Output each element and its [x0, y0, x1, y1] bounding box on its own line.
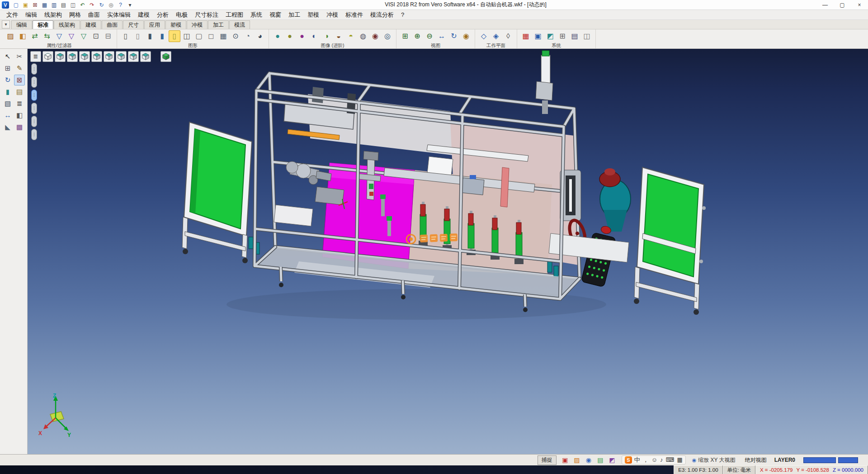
- menu-item[interactable]: 电极: [172, 10, 191, 19]
- top-view-icon[interactable]: [116, 51, 127, 62]
- menu-item[interactable]: 视窗: [266, 10, 285, 19]
- ime-lang-icon[interactable]: 中: [634, 456, 640, 464]
- trim-icon[interactable]: ✂: [14, 51, 25, 62]
- maximize-button[interactable]: ▢: [834, 0, 851, 9]
- filter-type-icon[interactable]: ▽: [66, 30, 77, 42]
- ime-mic-icon[interactable]: ♪: [660, 456, 663, 464]
- shaded-display-icon[interactable]: ▮: [144, 30, 156, 42]
- wireframe-view-icon[interactable]: [42, 51, 53, 62]
- quick-select-icon[interactable]: ⊟: [102, 30, 114, 42]
- ribbon-tab[interactable]: 编辑: [11, 20, 32, 29]
- menu-item[interactable]: 工程图: [222, 10, 247, 19]
- help-icon[interactable]: ?: [116, 1, 125, 9]
- ribbon-tab[interactable]: 模流: [229, 20, 250, 29]
- display-options-icon[interactable]: ▣: [532, 30, 544, 42]
- section-display-icon[interactable]: ◫: [181, 30, 193, 42]
- camera-icon[interactable]: ◉: [369, 30, 381, 42]
- solids-icon[interactable]: ▧: [2, 98, 13, 109]
- toolbar-handle[interactable]: [31, 76, 37, 88]
- extrude-icon[interactable]: ▮: [2, 86, 13, 97]
- right-view-icon[interactable]: [104, 51, 114, 62]
- ime-punct-icon[interactable]: ，: [643, 456, 649, 464]
- undo-icon[interactable]: ↶: [78, 1, 87, 9]
- viewport[interactable]: ≣: [28, 49, 868, 454]
- print-preview-icon[interactable]: ◫: [69, 1, 77, 9]
- sogou-logo-icon[interactable]: S: [625, 456, 632, 464]
- menu-item[interactable]: 实体编辑: [104, 10, 134, 19]
- toolbar-handle[interactable]: [31, 103, 37, 114]
- filter-all-icon[interactable]: ▽: [53, 30, 65, 42]
- selection-mask-icon[interactable]: ⊡: [90, 30, 102, 42]
- menu-item[interactable]: 加工: [285, 10, 304, 19]
- ime-emoji-icon[interactable]: ☺: [651, 456, 657, 464]
- settings-status-icon[interactable]: ◉: [585, 456, 593, 464]
- ribbon-tab[interactable]: 线架构: [54, 20, 80, 29]
- menu-item[interactable]: 曲面: [85, 10, 104, 19]
- menu-item[interactable]: 文件: [3, 10, 22, 19]
- minimize-button[interactable]: —: [816, 0, 834, 9]
- workplane-reset-icon[interactable]: ◊: [502, 30, 514, 42]
- snap-toggle[interactable]: 捕捉: [538, 455, 557, 465]
- toolbar-handle[interactable]: [31, 129, 37, 140]
- delete-icon[interactable]: ⊠: [14, 75, 25, 85]
- render-display-icon[interactable]: ◕: [254, 30, 266, 42]
- calculator-icon[interactable]: ⊞: [557, 30, 568, 42]
- settings-icon[interactable]: ◎: [107, 1, 115, 9]
- menu-item[interactable]: 网格: [66, 10, 85, 19]
- bounding-box-icon[interactable]: ▢: [193, 30, 205, 42]
- plane-icon[interactable]: ◣: [2, 122, 13, 133]
- layer-color-swatch[interactable]: [803, 457, 836, 463]
- open-file-icon[interactable]: ▣: [21, 1, 30, 9]
- zoom-in-icon[interactable]: ⊕: [411, 30, 423, 42]
- rotate-icon[interactable]: ↻: [2, 75, 13, 85]
- render-mode-icon[interactable]: ●: [272, 30, 283, 42]
- copy-attributes-icon[interactable]: ⇆: [41, 30, 53, 42]
- save-all-icon[interactable]: ▥: [50, 1, 58, 9]
- lighting-icon[interactable]: ◓: [345, 30, 357, 42]
- ghost-display-icon[interactable]: ▯: [169, 30, 180, 42]
- pen-color-swatch[interactable]: [838, 457, 858, 463]
- menu-item[interactable]: 分析: [153, 10, 172, 19]
- material-icon[interactable]: ●: [284, 30, 296, 42]
- menu-item[interactable]: 系统: [247, 10, 266, 19]
- dynamic-view-icon[interactable]: ◉: [460, 30, 472, 42]
- shaded-edges-display-icon[interactable]: ▮: [156, 30, 168, 42]
- menu-item[interactable]: 尺寸标注: [191, 10, 222, 19]
- pan-view-icon[interactable]: ↔: [436, 30, 448, 42]
- iso-view-icon[interactable]: [140, 51, 151, 62]
- sketch-icon[interactable]: ✎: [14, 63, 25, 74]
- ribbon-tab[interactable]: 塑模: [165, 20, 186, 29]
- active-layer-label[interactable]: LAYER0: [774, 457, 795, 463]
- ribbon-tab[interactable]: 冲模: [187, 20, 208, 29]
- ribbon-tab[interactable]: 曲面: [102, 20, 123, 29]
- menu-item[interactable]: 冲模: [323, 10, 342, 19]
- zoom-window-icon[interactable]: ⊞: [399, 30, 411, 42]
- workplane-align-icon[interactable]: ◈: [490, 30, 502, 42]
- attribute-paint-icon[interactable]: ◧: [17, 30, 28, 42]
- filter-layer-icon[interactable]: ▽: [78, 30, 90, 42]
- menu-item[interactable]: 标准件: [342, 10, 367, 19]
- select-icon[interactable]: ↖: [2, 51, 13, 62]
- save-icon[interactable]: ▦: [40, 1, 49, 9]
- menu-item[interactable]: 编辑: [22, 10, 41, 19]
- layer-status-icon[interactable]: ▤: [596, 456, 604, 464]
- transparency-icon[interactable]: ◒: [333, 30, 344, 42]
- tab-overflow-dropdown-icon[interactable]: ▾: [2, 20, 10, 28]
- menu-item[interactable]: 模流分析: [367, 10, 397, 19]
- menu-item[interactable]: 塑模: [304, 10, 323, 19]
- preferences-icon[interactable]: ◫: [581, 30, 593, 42]
- absolute-view-button[interactable]: 绝对视图: [742, 455, 770, 465]
- close-file-icon[interactable]: ⊠: [31, 1, 39, 9]
- curve-display-icon[interactable]: ◔: [242, 30, 254, 42]
- left-view-icon[interactable]: [91, 51, 102, 62]
- close-button[interactable]: ×: [851, 0, 868, 9]
- system-settings-icon[interactable]: ◩: [544, 30, 556, 42]
- rotate-view-icon[interactable]: ↻: [448, 30, 460, 42]
- ribbon-tab[interactable]: 标准: [33, 20, 53, 29]
- toolbar-handle[interactable]: [31, 90, 37, 101]
- print-icon[interactable]: ▤: [59, 1, 68, 9]
- layers-icon[interactable]: ≣: [14, 98, 25, 109]
- snapshot-icon[interactable]: ◎: [382, 30, 393, 42]
- palette-status-icon[interactable]: ◩: [608, 456, 616, 464]
- front-view-icon[interactable]: [67, 51, 78, 62]
